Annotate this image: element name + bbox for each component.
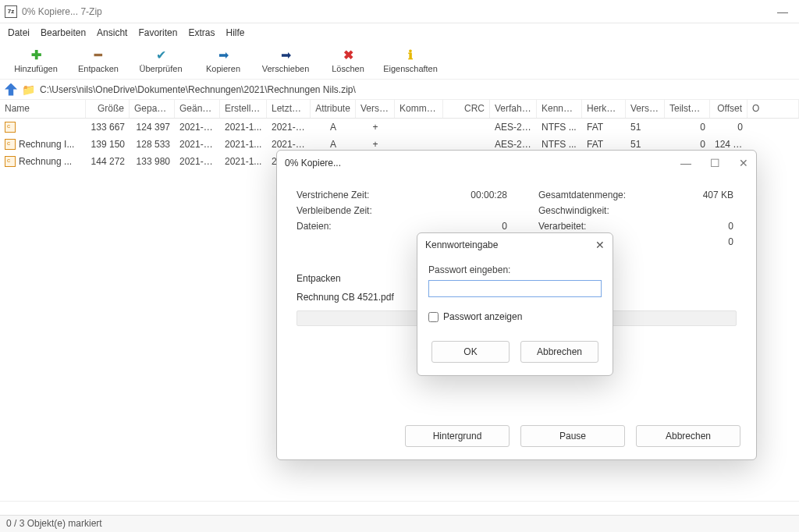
- show-password-checkbox[interactable]: [428, 312, 439, 322]
- col-origin[interactable]: Herkunft: [582, 100, 626, 118]
- arrow-right-dark-icon: ➡: [281, 48, 291, 62]
- progress-close-button[interactable]: ✕: [739, 157, 748, 169]
- col-o[interactable]: O: [748, 100, 799, 118]
- table-row[interactable]: 133 667124 3972021-1...2021-1...2021-1..…: [0, 119, 799, 136]
- files-value: 0: [453, 221, 507, 232]
- move-button[interactable]: ➡Verschieben: [254, 48, 317, 73]
- up-icon[interactable]: [5, 83, 17, 96]
- pw-cancel-button[interactable]: Abbrechen: [520, 341, 598, 363]
- minimize-button[interactable]: —: [777, 5, 788, 18]
- arrow-right-icon: ➡: [218, 48, 229, 62]
- files-label: Dateien:: [297, 221, 453, 232]
- app-icon: 7z: [5, 5, 17, 18]
- col-comment[interactable]: Komme...: [395, 100, 443, 118]
- path-input[interactable]: [40, 84, 794, 95]
- progress-maximize-button[interactable]: ☐: [710, 157, 720, 169]
- total-label: Gesamtdatenmenge:: [538, 190, 663, 200]
- col-attributes[interactable]: Attribute: [311, 100, 356, 118]
- menu-favorites[interactable]: Favoriten: [138, 27, 177, 38]
- col-crc[interactable]: CRC: [443, 100, 490, 118]
- col-created[interactable]: Erstellt ...: [220, 100, 267, 118]
- menubar: Datei Bearbeiten Ansicht Favoriten Extra…: [0, 23, 799, 42]
- titlebar: 7z 0% Kopiere... 7-Zip —: [0, 0, 799, 23]
- processed-label: Verarbeitet:: [538, 221, 663, 232]
- remaining-label: Verbleibende Zeit:: [297, 205, 453, 216]
- col-version[interactable]: Version: [626, 100, 665, 118]
- file-icon: [5, 122, 16, 133]
- window-title: 0% Kopiere... 7-Zip: [22, 6, 102, 17]
- progress-dialog-titlebar: 0% Kopiere... — ☐ ✕: [277, 151, 756, 176]
- col-modified[interactable]: Geände...: [175, 100, 220, 118]
- progress-minimize-button[interactable]: —: [680, 157, 691, 169]
- copy-button[interactable]: ➡Kopieren: [192, 48, 254, 73]
- menu-view[interactable]: Ansicht: [97, 27, 127, 38]
- statusbar: 0 / 3 Objekt(e) markiert: [0, 515, 799, 532]
- window-controls: —: [777, 5, 794, 18]
- password-input[interactable]: [428, 280, 602, 297]
- total-value: 407 KB: [663, 190, 737, 200]
- elapsed-label: Verstrichene Zeit:: [297, 190, 453, 200]
- test-button[interactable]: ✔Überprüfen: [130, 48, 192, 73]
- password-label: Passwort eingeben:: [428, 264, 510, 275]
- col-encrypted[interactable]: Verschl...: [356, 100, 395, 118]
- elapsed-value: 00:00:28: [453, 190, 507, 200]
- menu-extras[interactable]: Extras: [188, 27, 215, 38]
- password-dialog: Kennworteingabe ✕ Passwort eingeben: Pas…: [417, 232, 613, 376]
- plus-icon: ✚: [31, 48, 41, 62]
- menu-file[interactable]: Datei: [8, 27, 30, 38]
- password-dialog-titlebar: Kennworteingabe ✕: [417, 233, 613, 257]
- pause-button[interactable]: Pause: [520, 425, 625, 447]
- password-close-button[interactable]: ✕: [595, 239, 605, 251]
- col-host[interactable]: Kennda...: [537, 100, 582, 118]
- ok-button[interactable]: OK: [431, 341, 510, 363]
- folder-icon: 📁: [22, 83, 35, 96]
- file-icon: [5, 139, 16, 150]
- speed-label: Geschwindigkeit:: [538, 205, 663, 216]
- col-method[interactable]: Verfahr...: [490, 100, 537, 118]
- toolbar: ✚Hinzufügen ━Entpacken ✔Überprüfen ➡Kopi…: [0, 42, 799, 80]
- col-size[interactable]: Größe: [86, 100, 130, 118]
- add-button[interactable]: ✚Hinzufügen: [5, 48, 67, 73]
- col-name[interactable]: Name: [0, 100, 86, 118]
- minus-icon: ━: [94, 48, 102, 62]
- table-header: Name Größe Gepack... Geände... Erstellt …: [0, 100, 799, 119]
- packed-value: 0: [663, 236, 737, 247]
- col-packed[interactable]: Gepack...: [130, 100, 175, 118]
- menu-edit[interactable]: Bearbeiten: [41, 27, 86, 38]
- cancel-button[interactable]: Abbrechen: [636, 425, 740, 447]
- file-icon: [5, 156, 16, 167]
- col-last[interactable]: Letzter ...: [267, 100, 311, 118]
- menu-help[interactable]: Hilfe: [225, 27, 244, 38]
- info-button[interactable]: ℹEigenschaften: [379, 48, 442, 73]
- extract-button[interactable]: ━Entpacken: [67, 48, 130, 73]
- progress-dialog-title: 0% Kopiere...: [285, 158, 341, 168]
- info-icon: ℹ: [408, 48, 413, 62]
- col-volume[interactable]: Teilstüc...: [665, 100, 710, 118]
- background-button[interactable]: Hintergrund: [405, 425, 510, 447]
- col-offset[interactable]: Offset: [710, 100, 748, 118]
- check-icon: ✔: [156, 48, 166, 62]
- delete-button[interactable]: ✖Löschen: [317, 48, 379, 73]
- x-icon: ✖: [343, 48, 353, 62]
- show-password-label: Passwort anzeigen: [443, 311, 522, 322]
- processed-value: 0: [663, 221, 737, 232]
- pathbar: 📁: [0, 80, 799, 100]
- password-dialog-title: Kennworteingabe: [425, 239, 498, 250]
